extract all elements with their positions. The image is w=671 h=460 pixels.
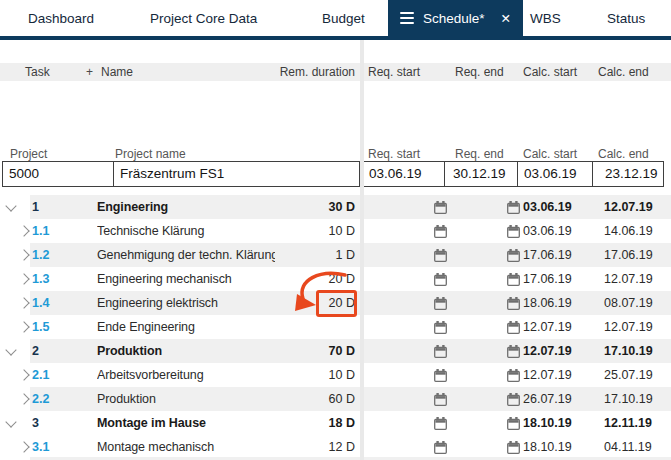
chevron-right-icon[interactable]	[18, 393, 29, 404]
task-row[interactable]: 1.1Technische Klärung10 D03.06.1914.06.1…	[0, 219, 671, 243]
task-row[interactable]: 2.2Produktion60 D26.07.1917.10.19	[0, 387, 671, 411]
calendar-icon[interactable]	[434, 248, 447, 261]
tab-schedule[interactable]: Schedule*✕	[388, 0, 523, 36]
calendar-icon[interactable]	[434, 392, 447, 405]
chevron-down-icon[interactable]	[5, 416, 16, 427]
annotation-highlight-box	[316, 290, 357, 317]
calendar-icon[interactable]	[434, 272, 447, 285]
label-project: Project	[10, 147, 47, 161]
calendar-icon[interactable]	[507, 416, 520, 429]
task-number: 1.1	[32, 219, 76, 243]
calendar-icon[interactable]	[434, 416, 447, 429]
task-calc-end: 12.07.19	[604, 195, 668, 219]
task-number: 3.1	[32, 435, 76, 459]
task-number: 1	[32, 195, 76, 219]
task-name: Montage im Hause	[97, 411, 275, 435]
task-calc-start: 17.06.19	[523, 267, 595, 291]
tab-bar: DashboardProject Core DataBudgetSchedule…	[0, 0, 671, 36]
calendar-icon[interactable]	[507, 320, 520, 333]
task-calc-start: 18.10.19	[523, 411, 595, 435]
label-req-start: Req. start	[368, 147, 420, 161]
col-header-rem-duration: Rem. duration	[270, 65, 355, 79]
chevron-right-icon[interactable]	[18, 297, 29, 308]
task-row[interactable]: 1Engineering30 D03.06.1912.07.19	[0, 195, 671, 219]
calendar-icon[interactable]	[507, 368, 520, 381]
tab-label: Schedule*	[423, 11, 485, 26]
task-rem-duration: 60 D	[265, 387, 355, 411]
project-name-input[interactable]: Fräszentrum FS1	[113, 161, 360, 187]
pane-splitter[interactable]	[360, 40, 364, 460]
col-header-name: Name	[101, 65, 133, 79]
task-name: Arbeitsvorbereitung	[97, 363, 275, 387]
task-calc-start: 17.06.19	[523, 243, 595, 267]
chevron-right-icon[interactable]	[18, 441, 29, 452]
chevron-down-icon[interactable]	[5, 200, 16, 211]
chevron-down-icon[interactable]	[5, 344, 16, 355]
chevron-right-icon[interactable]	[18, 321, 29, 332]
task-row[interactable]: 2Produktion70 D12.07.1917.10.19	[0, 339, 671, 363]
calendar-icon[interactable]	[434, 344, 447, 357]
calendar-icon[interactable]	[434, 440, 447, 453]
tab-budget[interactable]: Budget	[322, 0, 365, 36]
chevron-right-icon[interactable]	[18, 369, 29, 380]
tab-dashboard[interactable]: Dashboard	[28, 0, 94, 36]
tab-label: Project Core Data	[150, 11, 257, 26]
task-name: Ende Engineering	[97, 315, 275, 339]
tab-underline	[0, 36, 671, 40]
tab-label: Status	[607, 11, 645, 26]
project-req-start-input[interactable]: 03.06.19	[363, 161, 445, 187]
col-header-calc-start: Calc. start	[523, 65, 577, 79]
calendar-icon[interactable]	[507, 224, 520, 237]
project-id-input[interactable]: 5000	[2, 161, 114, 187]
col-header-req-end: Req. end	[455, 65, 504, 79]
tab-label: Budget	[322, 11, 365, 26]
project-calc-end-input[interactable]: 23.12.19	[592, 161, 664, 187]
close-icon[interactable]: ✕	[501, 11, 511, 26]
task-calc-end: 17.10.19	[604, 339, 668, 363]
task-name: Produktion	[97, 339, 275, 363]
task-number: 1.5	[32, 315, 76, 339]
task-calc-end: 25.07.19	[604, 363, 668, 387]
task-calc-start: 18.06.19	[523, 291, 595, 315]
task-calc-end: 14.06.19	[604, 219, 668, 243]
project-req-end-input[interactable]: 30.12.19	[444, 161, 518, 187]
task-name: Montage mechanisch	[97, 435, 275, 459]
calendar-icon[interactable]	[507, 200, 520, 213]
chevron-right-icon[interactable]	[18, 249, 29, 260]
calendar-icon[interactable]	[507, 248, 520, 261]
task-number: 3	[32, 411, 76, 435]
calendar-icon[interactable]	[434, 296, 447, 309]
task-row[interactable]: 3.1Montage mechanisch12 D18.10.1904.11.1…	[0, 435, 671, 459]
calendar-icon[interactable]	[434, 200, 447, 213]
task-row[interactable]: 2.1Arbeitsvorbereitung10 D12.07.1925.07.…	[0, 363, 671, 387]
project-calc-start-input[interactable]: 03.06.19	[517, 161, 593, 187]
calendar-icon[interactable]	[507, 272, 520, 285]
calendar-icon[interactable]	[507, 440, 520, 453]
calendar-icon[interactable]	[434, 368, 447, 381]
task-number: 1.4	[32, 291, 76, 315]
calendar-icon[interactable]	[507, 344, 520, 357]
plus-icon[interactable]: +	[86, 65, 93, 79]
task-number: 2.2	[32, 387, 76, 411]
tab-label: Dashboard	[28, 11, 94, 26]
calendar-icon[interactable]	[434, 320, 447, 333]
tab-wbs[interactable]: WBS	[530, 0, 561, 36]
task-name: Engineering	[97, 195, 275, 219]
task-rem-duration: 10 D	[265, 219, 355, 243]
hamburger-icon[interactable]	[400, 9, 414, 27]
calendar-icon[interactable]	[507, 296, 520, 309]
task-number: 1.2	[32, 243, 76, 267]
calendar-icon[interactable]	[507, 392, 520, 405]
tab-status[interactable]: Status	[607, 0, 645, 36]
schedule-window: DashboardProject Core DataBudgetSchedule…	[0, 0, 671, 460]
task-calc-end: 12.11.19	[604, 411, 668, 435]
label-calc-start: Calc. start	[523, 147, 577, 161]
tab-project-core-data[interactable]: Project Core Data	[150, 0, 257, 36]
label-project-name: Project name	[115, 147, 186, 161]
calendar-icon[interactable]	[434, 224, 447, 237]
chevron-right-icon[interactable]	[18, 225, 29, 236]
task-row[interactable]: 3Montage im Hause18 D18.10.1912.11.19	[0, 411, 671, 435]
label-calc-end: Calc. end	[598, 147, 649, 161]
chevron-right-icon[interactable]	[18, 273, 29, 284]
task-number: 2	[32, 339, 76, 363]
